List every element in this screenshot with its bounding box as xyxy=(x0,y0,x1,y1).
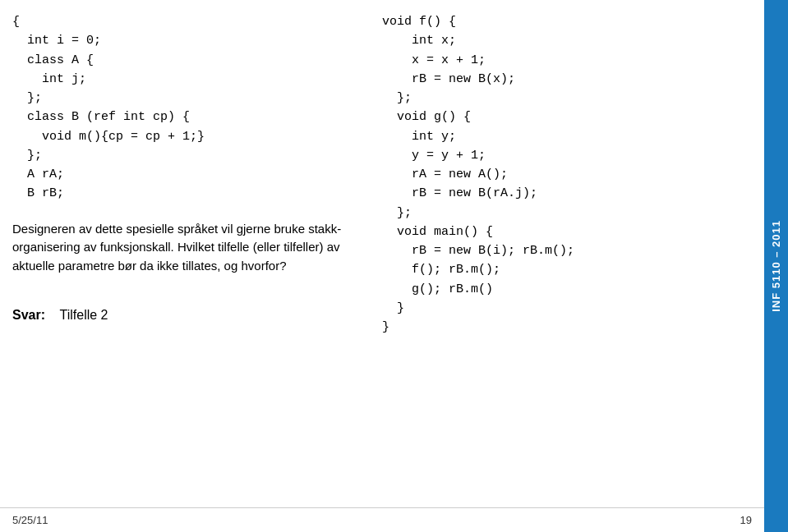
footer: 5/25/11 19 xyxy=(0,507,764,532)
page-container: { int i = 0; class A { int j; }; class B… xyxy=(0,0,788,532)
sidebar-right: INF 5110 – 2011 xyxy=(764,0,788,532)
right-code-block: void f() { int x; x = x + 1; rB = new B(… xyxy=(382,12,735,337)
answer-label: Svar: xyxy=(12,308,45,322)
left-column: { int i = 0; class A { int j; }; class B… xyxy=(12,12,374,337)
right-column: void f() { int x; x = x + 1; rB = new B(… xyxy=(374,12,735,337)
answer-text: Tilfelle 2 xyxy=(60,308,108,322)
answer-block: Svar: Tilfelle 2 xyxy=(12,300,357,323)
description-text: Designeren av dette spesielle språket vi… xyxy=(12,220,357,276)
main-content: { int i = 0; class A { int j; }; class B… xyxy=(0,0,764,349)
left-code-block: { int i = 0; class A { int j; }; class B… xyxy=(12,12,357,204)
sidebar-label: INF 5110 – 2011 xyxy=(770,220,782,312)
footer-date: 5/25/11 xyxy=(12,514,48,526)
footer-page: 19 xyxy=(740,514,752,526)
